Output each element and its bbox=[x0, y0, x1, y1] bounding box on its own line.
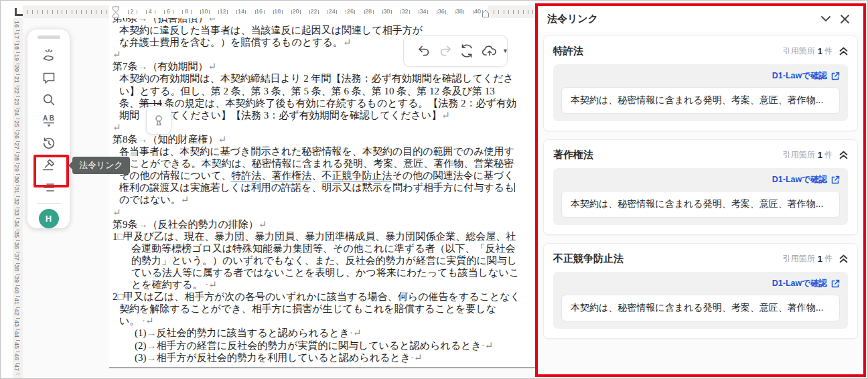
document-line: のではない。↵ bbox=[113, 194, 532, 206]
horizontal-ruler: 246810121416182022242628303234363840 bbox=[23, 5, 536, 18]
law-term-link[interactable]: 不正競争防止法 bbox=[321, 170, 392, 181]
citation-quote[interactable]: 本契約は、秘密情報に含まれる発明、考案、意匠、著作物... bbox=[561, 87, 840, 114]
ruler-tick bbox=[463, 10, 464, 14]
text-run: 相手方の経営に反社会的勢力が実質的に関与していると認められるとき bbox=[157, 340, 482, 351]
tab-selector-icon[interactable] bbox=[15, 8, 23, 16]
ruler-number: 22 bbox=[13, 87, 20, 94]
citation-unit: 件 bbox=[824, 149, 833, 161]
panel-title: 法令リンク bbox=[547, 13, 816, 25]
d1law-link[interactable]: D1-Lawで確認 bbox=[561, 174, 840, 185]
text-run: → bbox=[147, 352, 157, 363]
undo-icon[interactable] bbox=[417, 44, 431, 58]
text-run: 反社会的勢力に該当すると認められるとき bbox=[157, 327, 350, 338]
law-name: 特許法 bbox=[553, 45, 783, 58]
d1law-link[interactable]: D1-Lawで確認 bbox=[561, 278, 840, 289]
citation-quote[interactable]: 本契約は、秘密情報に含まれる発明、考案、意匠、著作物... bbox=[561, 295, 840, 321]
text-run: (1) bbox=[135, 327, 147, 338]
left-indent-marker[interactable] bbox=[112, 6, 120, 18]
document-line: 的勢力」という。）のいずれでもなく、また、反社会的勢力が経営に実質的に関与し bbox=[113, 254, 532, 267]
ruler-tick bbox=[245, 10, 246, 14]
hand-sparkle-icon[interactable] bbox=[38, 45, 60, 67]
law-term-link[interactable]: 著作権法 bbox=[271, 170, 311, 181]
ruler-tick bbox=[200, 10, 201, 14]
stamp-popup-button[interactable] bbox=[146, 106, 171, 135]
ruler-tick bbox=[474, 10, 474, 14]
ruler-tick bbox=[309, 10, 310, 14]
gavel-icon[interactable] bbox=[38, 155, 60, 177]
text-run: のではない。 bbox=[119, 194, 181, 205]
text-run: 各当事者は、本契約に基づき開示された秘密情報を、本契約の目的の範囲でのみ使用す bbox=[119, 146, 514, 157]
document-page[interactable]: 第6条→（損害賠償）↵本契約に違反した当事者は、当該違反に起因又は関連して相手方… bbox=[109, 18, 535, 368]
text-run: （有効期間） bbox=[148, 61, 208, 72]
ruler-tick bbox=[16, 374, 20, 374]
double-chevron-up-icon[interactable] bbox=[839, 47, 848, 56]
history-icon[interactable] bbox=[38, 133, 60, 155]
text-run: 1 bbox=[113, 231, 118, 242]
toolbar-drag-handle[interactable] bbox=[38, 35, 60, 39]
ruler-number: 21 bbox=[13, 76, 20, 83]
citation-label: 引用箇所 bbox=[783, 46, 815, 57]
text-run: 本契約に違反した当事者は、当該違反に起因又は関連して相手方が bbox=[119, 25, 423, 35]
ruler-tick bbox=[16, 318, 20, 319]
text-run: ↵ bbox=[208, 279, 217, 290]
text-run: （反社会的勢力の排除） bbox=[148, 219, 259, 230]
right-indent-marker[interactable] bbox=[482, 9, 490, 18]
svg-text:A B: A B bbox=[43, 115, 54, 122]
redo-icon[interactable] bbox=[438, 44, 453, 58]
law-card: 特許法 引用箇所 1 件 D1-Lawで確認 本契約は、秘密情報に含まれる発明、… bbox=[543, 35, 858, 131]
document-line: ↵ bbox=[113, 121, 532, 133]
ruler-tick bbox=[16, 185, 20, 186]
text-run: ↵ bbox=[343, 37, 352, 48]
text-run: してください】【法務 3：必ず有効期間を確認してください】 bbox=[159, 110, 441, 121]
ruler-number: 28 bbox=[13, 154, 20, 161]
double-chevron-up-icon[interactable] bbox=[839, 254, 848, 263]
d1law-link[interactable]: D1-Lawで確認 bbox=[561, 70, 840, 82]
ruler-tick bbox=[227, 10, 228, 14]
ruler-tick bbox=[373, 10, 374, 14]
toolbar-divider bbox=[37, 203, 61, 204]
document-line: 各当事者は、本契約に基づき開示された秘密情報を、本契約の目的の範囲でのみ使用す bbox=[113, 145, 532, 157]
sync-icon[interactable] bbox=[459, 44, 474, 58]
document-line: その他の情報について、特許法、著作権法、不正競争防止法その他の関連法令に基づく bbox=[113, 169, 532, 181]
dropdown-caret-icon[interactable]: ▼ bbox=[502, 48, 508, 54]
text-run: い。 bbox=[119, 315, 139, 326]
comment-icon[interactable] bbox=[38, 67, 60, 89]
ruler-number: 33 bbox=[13, 209, 20, 216]
ruler-number: 28 bbox=[365, 8, 372, 15]
text-run: 第6条 bbox=[113, 18, 138, 23]
ruler-tick bbox=[16, 196, 20, 197]
ab-proof-icon[interactable]: A B bbox=[38, 110, 60, 133]
text-run: 甲及び乙は、現在、暴力団、暴力団員、暴力団準構成員、暴力団関係企業、総会屋、社 bbox=[124, 231, 516, 242]
ruler-tick bbox=[155, 10, 155, 14]
document-line: 契約を解除することができ、相手方に損害が生じてもこれを賠償することを要しな bbox=[113, 303, 532, 315]
citation-label: 引用箇所 bbox=[783, 149, 815, 161]
ruler-number: 34 bbox=[13, 220, 20, 227]
search-icon[interactable] bbox=[38, 88, 60, 110]
law-name: 不正競争防止法 bbox=[553, 252, 783, 265]
ruler-tick bbox=[504, 10, 504, 14]
citation-quote[interactable]: 本契約は、秘密情報に含まれる発明、考案、意匠、著作物... bbox=[561, 191, 840, 218]
ruler-number: 23 bbox=[13, 98, 20, 105]
cloud-upload-icon[interactable] bbox=[481, 44, 498, 58]
quick-actions-toolbar: ▼ bbox=[403, 35, 508, 67]
double-chevron-up-icon[interactable] bbox=[839, 151, 848, 159]
ruler-number: 17 bbox=[13, 32, 20, 39]
ruler-number: 8 bbox=[185, 8, 188, 15]
citation-count: 1 bbox=[818, 254, 822, 264]
text-run: · bbox=[202, 279, 208, 290]
close-icon[interactable] bbox=[835, 9, 854, 28]
law-term-link[interactable]: 特許法 bbox=[231, 170, 261, 181]
ruler-number: 16 bbox=[13, 21, 20, 27]
citation-unit: 件 bbox=[824, 253, 833, 264]
chevron-down-icon[interactable] bbox=[816, 9, 835, 28]
ruler-tick bbox=[209, 10, 210, 14]
user-avatar[interactable]: H bbox=[39, 209, 59, 228]
text-run: 2 bbox=[113, 291, 118, 302]
outline-icon[interactable] bbox=[38, 176, 60, 198]
citation-container: D1-Lawで確認 本契約は、秘密情報に含まれる発明、考案、意匠、著作物... bbox=[553, 64, 848, 121]
text-run: 第8条 bbox=[113, 134, 138, 145]
document-line: い】とする。但し、第 2 条、第 3 条、第 5 条、第 6 条、第 10 条、… bbox=[113, 85, 532, 97]
text-run: ↵ bbox=[208, 61, 217, 72]
ruler-tick bbox=[16, 119, 20, 119]
text-run: （知的財産権） bbox=[148, 134, 218, 145]
